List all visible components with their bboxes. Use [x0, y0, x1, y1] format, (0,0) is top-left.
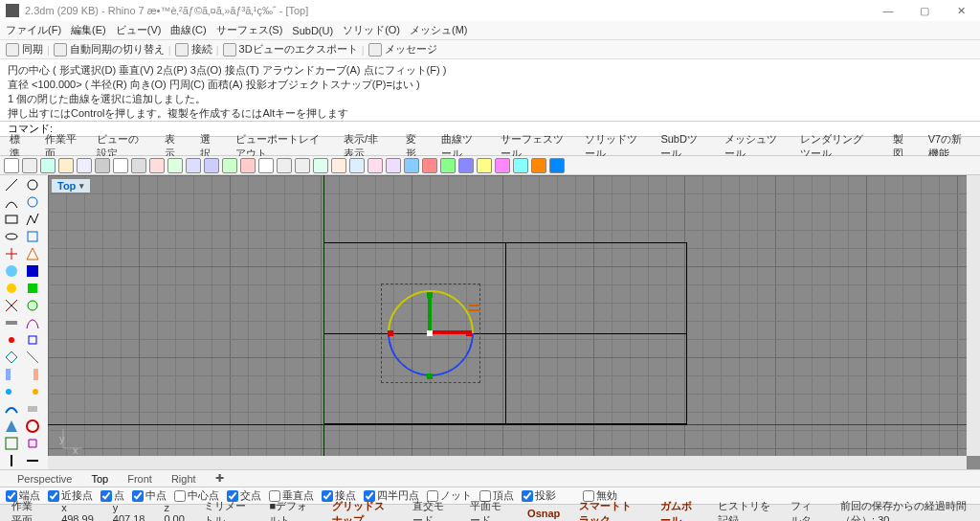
- status-mode[interactable]: ガムボール: [655, 499, 704, 522]
- status-mode[interactable]: ヒストリを記録: [712, 499, 777, 522]
- view-tab[interactable]: Perspective: [8, 473, 81, 485]
- maximize-button[interactable]: ▢: [911, 5, 938, 17]
- tool-icon[interactable]: [23, 298, 42, 313]
- tool-icon[interactable]: [23, 281, 42, 296]
- std-tool-icon[interactable]: [440, 158, 456, 173]
- gumball-x-arrow[interactable]: [466, 330, 472, 336]
- std-tool-icon[interactable]: [404, 158, 419, 173]
- status-mode[interactable]: 平面モード: [464, 499, 514, 522]
- gumball-y-axis[interactable]: [428, 297, 432, 335]
- menu-item[interactable]: 曲線(C): [170, 23, 206, 37]
- tool-icon[interactable]: [23, 332, 42, 348]
- std-tool-icon[interactable]: [258, 158, 274, 173]
- std-tool-icon[interactable]: [331, 158, 346, 173]
- tool-icon[interactable]: [2, 419, 21, 434]
- std-tool-icon[interactable]: [95, 158, 110, 173]
- tool-icon[interactable]: [2, 212, 21, 227]
- std-tool-icon[interactable]: [368, 158, 383, 173]
- toolbar-sync[interactable]: 同期: [6, 42, 43, 57]
- view-tab[interactable]: Front: [118, 473, 162, 485]
- tool-icon[interactable]: [23, 229, 42, 244]
- gumball-y-neg[interactable]: [427, 374, 433, 379]
- status-mode[interactable]: スマートトラック: [573, 499, 646, 522]
- tool-icon[interactable]: [23, 419, 42, 434]
- tool-icon[interactable]: [23, 212, 42, 227]
- tool-icon[interactable]: [23, 350, 42, 365]
- tool-icon[interactable]: [2, 315, 21, 330]
- tool-icon[interactable]: [2, 384, 21, 399]
- std-tool-icon[interactable]: [149, 158, 165, 173]
- status-units[interactable]: ミリメートル: [198, 499, 256, 522]
- menu-item[interactable]: ソリッド(O): [343, 23, 400, 37]
- gumball-y-arrow[interactable]: [427, 292, 433, 298]
- std-tool-icon[interactable]: [22, 158, 37, 173]
- std-tool-icon[interactable]: [495, 158, 510, 173]
- tool-icon[interactable]: [23, 453, 42, 468]
- tool-icon[interactable]: [2, 263, 21, 279]
- menu-item[interactable]: サーフェス(S): [216, 23, 283, 37]
- std-tool-icon[interactable]: [313, 158, 328, 173]
- std-tool-icon[interactable]: [131, 158, 146, 173]
- viewport-scrollbar-h[interactable]: [48, 456, 967, 469]
- tool-icon[interactable]: [23, 177, 42, 193]
- view-tab[interactable]: Right: [162, 473, 206, 485]
- tool-icon[interactable]: [23, 367, 42, 382]
- tool-icon[interactable]: [23, 194, 42, 210]
- add-view-tab[interactable]: ✚: [206, 472, 234, 485]
- std-tool-icon[interactable]: [513, 158, 528, 173]
- tool-icon[interactable]: [2, 436, 21, 451]
- viewport[interactable]: Top y x: [48, 175, 980, 469]
- tool-icon[interactable]: [23, 384, 42, 399]
- viewport-scrollbar-v[interactable]: [967, 175, 980, 456]
- tool-icon[interactable]: [2, 298, 21, 313]
- std-tool-icon[interactable]: [77, 158, 92, 173]
- tool-icon[interactable]: [2, 453, 21, 468]
- tool-icon[interactable]: [23, 401, 42, 417]
- std-tool-icon[interactable]: [4, 158, 19, 173]
- tool-icon[interactable]: [23, 436, 42, 451]
- menu-item[interactable]: メッシュ(M): [410, 23, 468, 37]
- tool-icon[interactable]: [23, 315, 42, 330]
- tool-icon[interactable]: [2, 367, 21, 382]
- view-tab[interactable]: Top: [81, 473, 118, 485]
- tool-icon[interactable]: [2, 229, 21, 244]
- std-tool-icon[interactable]: [422, 158, 437, 173]
- menu-item[interactable]: ビュー(V): [116, 23, 162, 37]
- tool-icon[interactable]: [2, 401, 21, 417]
- menu-item[interactable]: 編集(E): [71, 23, 106, 37]
- toolbar-msg[interactable]: メッセージ: [368, 42, 437, 57]
- tool-icon[interactable]: [23, 246, 42, 261]
- close-button[interactable]: ✕: [947, 5, 974, 17]
- menu-item[interactable]: SubD(U): [292, 25, 333, 36]
- std-tool-icon[interactable]: [458, 158, 474, 173]
- tool-icon[interactable]: [2, 246, 21, 261]
- std-tool-icon[interactable]: [531, 158, 546, 173]
- gumball-x-axis[interactable]: [428, 330, 466, 334]
- status-mode[interactable]: 直交モード: [407, 499, 457, 522]
- std-tool-icon[interactable]: [186, 158, 201, 173]
- std-tool-icon[interactable]: [222, 158, 237, 173]
- tool-icon[interactable]: [2, 194, 21, 210]
- toolbar-link[interactable]: 接続: [175, 42, 212, 57]
- std-tool-icon[interactable]: [204, 158, 219, 173]
- status-layer[interactable]: ■デフォルト: [263, 499, 318, 522]
- std-tool-icon[interactable]: [167, 158, 183, 173]
- tool-icon[interactable]: [2, 177, 21, 193]
- std-tool-icon[interactable]: [240, 158, 256, 173]
- tool-icon[interactable]: [2, 281, 21, 296]
- toolbar-autosync[interactable]: 自動同期の切り替え: [54, 42, 165, 57]
- viewport-label[interactable]: Top: [51, 178, 91, 193]
- gumball-origin[interactable]: [427, 330, 433, 336]
- std-tool-icon[interactable]: [40, 158, 56, 173]
- status-mode[interactable]: グリッドスナップ: [326, 499, 399, 522]
- std-tool-icon[interactable]: [113, 158, 128, 173]
- osnap-投影[interactable]: 投影: [522, 488, 556, 503]
- std-tool-icon[interactable]: [277, 158, 292, 173]
- std-tool-icon[interactable]: [349, 158, 365, 173]
- std-tool-icon[interactable]: [477, 158, 492, 173]
- status-mode[interactable]: Osnap: [522, 508, 566, 519]
- minimize-button[interactable]: —: [875, 5, 902, 17]
- tool-icon[interactable]: [2, 332, 21, 348]
- status-mode[interactable]: フィルタ: [785, 499, 827, 522]
- menu-item[interactable]: ファイル(F): [6, 23, 61, 37]
